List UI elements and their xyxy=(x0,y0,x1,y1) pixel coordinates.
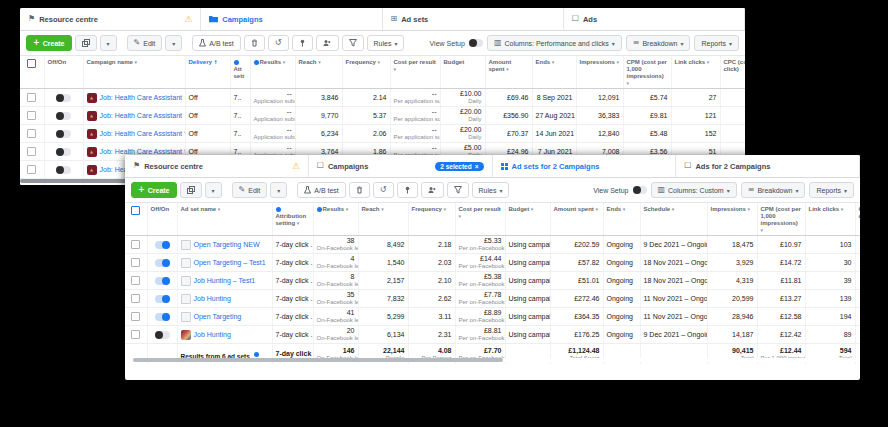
column-header-impr[interactable]: Impressions ▾ xyxy=(707,203,757,236)
off-on-toggle[interactable] xyxy=(56,166,71,174)
export-button[interactable] xyxy=(447,182,469,198)
column-header-freq[interactable]: Frequency ▾ xyxy=(342,56,390,89)
off-on-toggle[interactable] xyxy=(56,130,71,138)
column-header-results[interactable]: Results ▾ xyxy=(313,203,358,236)
history-button[interactable]: ↺ xyxy=(268,35,289,51)
rules-button[interactable]: Rules▾ xyxy=(367,35,405,51)
duplicate-button[interactable] xyxy=(180,182,202,198)
tab-ad-sets[interactable]: Ad sets for 2 Campaigns xyxy=(493,155,677,177)
off-on-toggle[interactable] xyxy=(155,295,170,303)
name-link[interactable]: Job: Health Care Assistant xyxy=(100,94,183,101)
close-icon[interactable]: × xyxy=(475,163,479,170)
column-header-cpm[interactable]: CPM (cost per 1,000 impressions) ▾ xyxy=(757,203,805,236)
name-link[interactable]: Job: Health Care Assistant *Imm... xyxy=(100,148,186,155)
ab-test-button[interactable]: A/B test xyxy=(192,35,241,51)
breakdown-button[interactable]: ≡Breakdown▾ xyxy=(741,182,806,198)
columns-button[interactable]: ▥Columns: Performance and clicks▾ xyxy=(487,35,622,51)
column-header-budget[interactable]: Budget xyxy=(440,56,485,89)
off-on-toggle[interactable] xyxy=(56,148,71,156)
off-on-toggle[interactable] xyxy=(155,241,170,249)
name-link[interactable]: Job: Health Care Assistant xyxy=(100,112,183,119)
export-button[interactable] xyxy=(342,35,364,51)
column-header-name[interactable]: Ad set name ▾ xyxy=(177,203,272,236)
rules-button[interactable]: Rules▾ xyxy=(472,182,510,198)
select-all-header[interactable] xyxy=(125,203,147,236)
column-header-ends[interactable]: Ends ▾ xyxy=(532,56,576,89)
column-header-clicks[interactable]: Link clicks ▾ xyxy=(805,203,855,236)
create-button[interactable]: +Create xyxy=(26,35,72,51)
column-header-toggle[interactable]: Off/On xyxy=(44,56,83,89)
name-link[interactable]: Open Targeting xyxy=(194,313,242,320)
row-checkbox[interactable] xyxy=(131,276,140,285)
column-header-cost[interactable]: Cost per result ▾ xyxy=(455,203,505,236)
duplicate-caret-button[interactable]: ▾ xyxy=(205,182,222,198)
column-header-budget[interactable]: Budget ▾ xyxy=(505,203,550,236)
column-header-schedule[interactable]: Schedule ▾ xyxy=(640,203,707,236)
name-link[interactable]: Job Hunting xyxy=(194,331,231,338)
history-button[interactable]: ↺ xyxy=(373,182,394,198)
off-on-toggle[interactable] xyxy=(155,331,170,339)
off-on-toggle[interactable] xyxy=(56,94,71,102)
view-setup-toggle[interactable] xyxy=(469,39,483,47)
view-setup-toggle[interactable] xyxy=(633,186,647,194)
column-header-att[interactable]: Att sett xyxy=(230,56,250,89)
create-button[interactable]: +Create xyxy=(131,182,177,198)
tab-resource-centre[interactable]: ⚑ Resource centre ⚠ xyxy=(125,155,309,177)
scrollbar-thumb[interactable] xyxy=(133,358,503,362)
edit-button[interactable]: ✎Edit xyxy=(127,35,163,51)
reports-button[interactable]: Reports▾ xyxy=(809,182,854,198)
tab-ad-sets[interactable]: ⊞ Ad sets xyxy=(383,8,564,30)
off-on-toggle[interactable] xyxy=(56,112,71,120)
off-on-toggle[interactable] xyxy=(155,277,170,285)
row-checkbox[interactable] xyxy=(27,147,36,156)
name-link[interactable]: Job: Health Care Assistant *Imm... xyxy=(100,130,186,137)
row-checkbox[interactable] xyxy=(131,240,140,249)
column-header-delivery[interactable]: Delivery ↑ xyxy=(185,56,230,89)
column-header-name[interactable]: Campaign name ▾ xyxy=(83,56,185,89)
tab-campaigns[interactable]: ☐ Campaigns 2 selected× xyxy=(309,155,493,177)
pin-button[interactable] xyxy=(397,182,418,198)
row-checkbox[interactable] xyxy=(27,111,36,120)
tab-ads[interactable]: ☐ Ads for 2 Campaigns xyxy=(676,155,860,177)
column-header-results[interactable]: Results ▾ xyxy=(250,56,295,89)
column-header-ends[interactable]: Ends ▾ xyxy=(603,203,640,236)
tab-resource-centre[interactable]: ⚑ Resource centre ⚠ xyxy=(20,8,201,30)
pin-button[interactable] xyxy=(292,35,313,51)
row-checkbox[interactable] xyxy=(27,165,36,174)
select-all-checkbox[interactable] xyxy=(27,59,36,68)
column-header-cpm[interactable]: CPM (cost per 1,000 impressions) ▾ xyxy=(623,56,671,89)
duplicate-caret-button[interactable]: ▾ xyxy=(100,35,117,51)
select-all-header[interactable] xyxy=(20,56,44,89)
column-header-toggle[interactable]: Off/On xyxy=(147,203,177,236)
breakdown-button[interactable]: ≡Breakdown▾ xyxy=(626,35,691,51)
select-all-checkbox[interactable] xyxy=(131,206,140,215)
row-checkbox[interactable] xyxy=(131,294,140,303)
column-header-cost[interactable]: Cost per result ▾ xyxy=(390,56,440,89)
audience-button[interactable] xyxy=(421,182,444,198)
column-header-impr[interactable]: Impressions ▾ xyxy=(576,56,623,89)
delete-button[interactable] xyxy=(349,182,370,198)
name-link[interactable]: Job Hunting – Test1 xyxy=(194,277,256,284)
delete-button[interactable] xyxy=(244,35,265,51)
duplicate-button[interactable] xyxy=(75,35,97,51)
edit-caret-button[interactable]: ▾ xyxy=(165,35,182,51)
name-link[interactable]: Job Hunting xyxy=(194,295,231,302)
column-header-reach[interactable]: Reach ▾ xyxy=(358,203,408,236)
row-checkbox[interactable] xyxy=(131,258,140,267)
audience-button[interactable] xyxy=(316,35,339,51)
tab-ads[interactable]: ☐ Ads xyxy=(564,8,745,30)
columns-button[interactable]: ▥Columns: Custom▾ xyxy=(651,182,737,198)
row-checkbox[interactable] xyxy=(27,129,36,138)
tab-campaigns[interactable]: Campaigns xyxy=(201,8,382,30)
column-header-att[interactable]: Attribution setting ▾ xyxy=(272,203,313,236)
column-header-cpc[interactable]: CPC (cost per link click) xyxy=(855,203,860,236)
column-header-clicks[interactable]: Link clicks ▾ xyxy=(671,56,720,89)
column-header-reach[interactable]: Reach ▾ xyxy=(295,56,342,89)
off-on-toggle[interactable] xyxy=(155,313,170,321)
off-on-toggle[interactable] xyxy=(155,259,170,267)
column-header-spent[interactable]: Amount spent ▾ xyxy=(550,203,603,236)
row-checkbox[interactable] xyxy=(27,93,36,102)
column-header-freq[interactable]: Frequency ▾ xyxy=(408,203,455,236)
column-header-cpc[interactable]: CPC (cost per link click) xyxy=(720,56,745,89)
edit-button[interactable]: ✎Edit xyxy=(232,182,268,198)
